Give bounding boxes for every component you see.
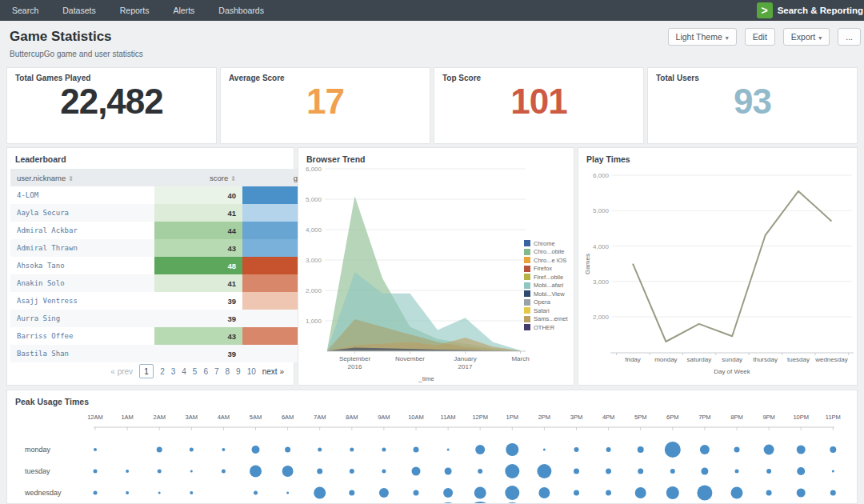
svg-text:10PM: 10PM	[793, 414, 809, 421]
pager-page-1[interactable]: 1	[139, 364, 154, 378]
svg-text:5,000: 5,000	[593, 207, 610, 214]
nav-item-reports[interactable]: Reports	[108, 0, 162, 21]
svg-text:1AM: 1AM	[121, 414, 133, 421]
cell-score[interactable]: 43	[154, 239, 242, 257]
cell-nickname[interactable]: Admiral Ackbar	[10, 222, 154, 239]
cell-score[interactable]: 39	[154, 310, 242, 327]
pager-page-6[interactable]: 6	[203, 367, 208, 376]
cell-score[interactable]: 40	[154, 186, 242, 204]
app-name[interactable]: Search & Reporting	[778, 6, 863, 15]
svg-text:4PM: 4PM	[602, 414, 614, 421]
nav-item-alerts[interactable]: Alerts	[161, 0, 206, 21]
legend-label: Firefox	[534, 265, 552, 272]
svg-text:tuesday: tuesday	[787, 356, 810, 363]
svg-text:10AM: 10AM	[408, 414, 424, 421]
table-row: Aurra Sing39214	[10, 310, 330, 327]
legend-item[interactable]: Firefox	[524, 265, 568, 274]
svg-text:4,000: 4,000	[306, 226, 322, 234]
cell-score[interactable]: 41	[154, 204, 242, 222]
theme-label: Light Theme	[676, 32, 722, 42]
legend-label: OTHER	[534, 324, 554, 331]
legend-item[interactable]: Sams...ernet	[524, 315, 568, 324]
legend-item[interactable]: Opera	[524, 298, 568, 307]
legend-item[interactable]: Chro...e iOS	[524, 256, 568, 265]
cell-nickname[interactable]: Barriss Offee	[10, 327, 154, 345]
legend-swatch-icon	[524, 274, 530, 280]
edit-button[interactable]: Edit	[745, 28, 775, 46]
cell-score[interactable]: 48	[154, 257, 242, 274]
cell-nickname[interactable]: Asajj Ventress	[10, 292, 154, 310]
pagination: « prev12345678910next »	[110, 364, 284, 378]
more-actions-button[interactable]: ...	[838, 28, 861, 46]
legend-swatch-icon	[524, 324, 530, 330]
sort-icon: ⇕	[68, 175, 74, 182]
pager-page-4[interactable]: 4	[182, 367, 186, 376]
cell-nickname[interactable]: Aayla Secura	[10, 204, 154, 222]
kpi-value: 17	[221, 84, 430, 119]
legend-item[interactable]: Chrome	[524, 239, 568, 248]
svg-text:6,000: 6,000	[593, 172, 610, 179]
svg-text:3AM: 3AM	[186, 414, 198, 421]
panel-title: Peak Usage Times	[7, 390, 857, 406]
pager-page-2[interactable]: 2	[160, 367, 165, 376]
nav-item-dashboards[interactable]: Dashboards	[206, 0, 276, 21]
legend-item[interactable]: Chro...obile	[524, 248, 568, 257]
pager-page-9[interactable]: 9	[236, 367, 241, 376]
pager-page-7[interactable]: 7	[214, 367, 219, 376]
kpi-tile-4: Total Users93	[647, 67, 858, 144]
nav-item-search[interactable]: Search	[0, 0, 50, 21]
kpi-label: Average Score	[221, 68, 430, 82]
legend-item[interactable]: Safari	[524, 306, 568, 315]
cell-nickname[interactable]: 4-LOM	[10, 186, 154, 204]
cell-score[interactable]: 43	[154, 327, 242, 345]
cell-nickname[interactable]: Anakin Solo	[10, 274, 154, 292]
legend-swatch-icon	[524, 290, 530, 297]
theme-select-button[interactable]: Light Theme▾	[668, 28, 737, 46]
table-row: Asajj Ventress39420	[10, 292, 330, 310]
pager-page-8[interactable]: 8	[226, 367, 230, 376]
legend-item[interactable]: Mobi...afari	[524, 282, 568, 290]
legend-label: Safari	[534, 307, 550, 314]
column-header-score[interactable]: score⇕	[154, 169, 242, 186]
cell-score[interactable]: 39	[154, 345, 242, 362]
table-row: Admiral Thrawn4390	[10, 239, 330, 257]
column-header-user.nickname[interactable]: user.nickname⇕	[10, 169, 154, 186]
svg-text:6AM: 6AM	[282, 414, 294, 421]
svg-text:5PM: 5PM	[634, 414, 646, 421]
cell-nickname[interactable]: Admiral Thrawn	[10, 239, 154, 257]
cell-nickname[interactable]: Bastila Shan	[10, 345, 154, 362]
kpi-row: Total Games Played22,482Average Score17T…	[6, 67, 858, 144]
cell-nickname[interactable]: Ahsoka Tano	[10, 257, 154, 274]
panel-title: Browser Trend	[298, 148, 574, 164]
cell-score[interactable]: 39	[154, 292, 242, 310]
pager-page-5[interactable]: 5	[193, 367, 198, 376]
svg-text:friday: friday	[625, 356, 641, 363]
legend-item[interactable]: Mobi...View	[524, 290, 568, 298]
cell-nickname[interactable]: Aurra Sing	[10, 310, 154, 327]
legend-swatch-icon	[524, 282, 530, 289]
svg-text:11PM: 11PM	[826, 414, 841, 421]
splunk-logo-icon[interactable]: >	[757, 2, 773, 18]
svg-text:saturday: saturday	[686, 356, 711, 363]
svg-text:3PM: 3PM	[570, 414, 582, 421]
peak-usage-panel: Peak Usage Times 12AM1AM2AM3AM4AM5AM6AM7…	[6, 390, 858, 504]
cell-score[interactable]: 41	[154, 274, 242, 292]
legend-swatch-icon	[524, 316, 530, 322]
pager-page-10[interactable]: 10	[247, 367, 256, 376]
export-button[interactable]: Export▾	[783, 28, 830, 46]
chart-legend: ChromeChro...obileChro...e iOSFirefoxFir…	[524, 239, 568, 332]
legend-item[interactable]: Firef...obile	[524, 273, 568, 282]
pager-page-3[interactable]: 3	[171, 367, 176, 376]
svg-text:September: September	[339, 355, 370, 362]
table-row: Aayla Secura41141	[10, 204, 330, 222]
svg-text:monday: monday	[25, 446, 51, 454]
legend-item[interactable]: OTHER	[524, 323, 568, 332]
cell-score[interactable]: 44	[154, 222, 242, 239]
legend-label: Chrome	[534, 240, 555, 247]
svg-text:2017: 2017	[458, 363, 473, 370]
app-bar: > Search & Reporting	[757, 2, 864, 18]
pager-prev[interactable]: « prev	[110, 367, 133, 376]
nav-item-datasets[interactable]: Datasets	[50, 0, 107, 21]
legend-label: Chro...e iOS	[534, 257, 566, 264]
pager-next[interactable]: next »	[262, 367, 284, 376]
